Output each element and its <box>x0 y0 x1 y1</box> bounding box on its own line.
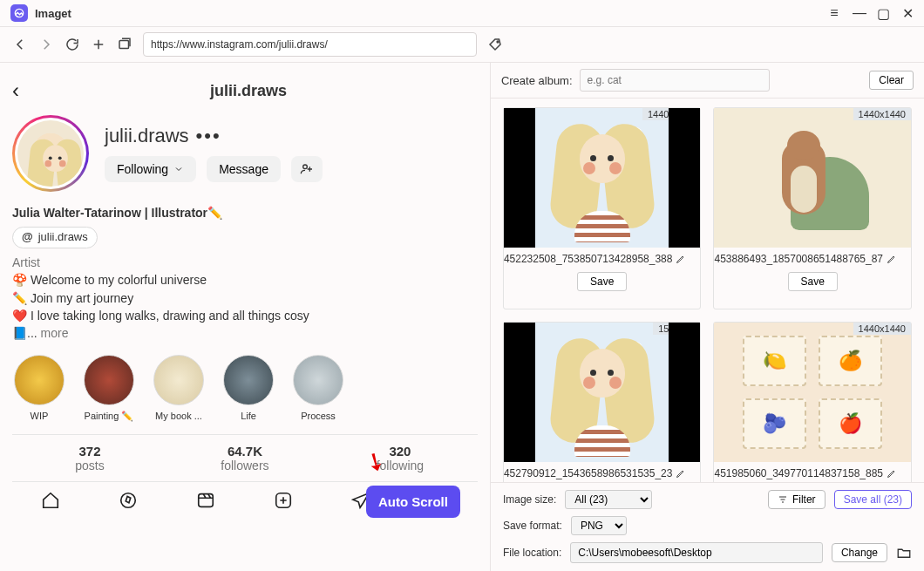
bio-line-2: Join my art journey <box>31 291 133 305</box>
filter-icon <box>778 494 788 505</box>
edit-icon[interactable] <box>887 254 897 264</box>
highlights-row: WIP Painting ✏️ My book ... Life Process <box>12 355 478 422</box>
image-size-label: Image size: <box>503 493 556 506</box>
app-title: Imaget <box>35 7 71 20</box>
change-button[interactable]: Change <box>832 543 887 562</box>
following-button[interactable]: Following <box>105 156 196 182</box>
chevron-down-icon <box>173 164 184 174</box>
clear-button[interactable]: Clear <box>869 71 914 90</box>
edit-icon[interactable] <box>676 468 686 479</box>
highlight-wip[interactable]: WIP <box>12 355 66 422</box>
image-card[interactable]: 1440x1440 452232508_753850713428958_388 … <box>503 107 702 309</box>
svg-rect-1 <box>119 41 129 49</box>
save-button[interactable]: Save <box>788 272 838 291</box>
tabs-icon[interactable] <box>117 37 132 52</box>
add-friend-button[interactable] <box>291 156 323 182</box>
folder-icon[interactable] <box>896 545 912 561</box>
profile-more-icon[interactable]: ••• <box>196 125 221 147</box>
minimize-icon[interactable]: — <box>853 5 865 22</box>
svg-rect-5 <box>199 493 214 506</box>
stat-following[interactable]: 320following <box>323 435 478 481</box>
explore-icon[interactable] <box>119 491 138 510</box>
app-icon <box>10 4 28 22</box>
save-button[interactable]: Save <box>577 272 627 291</box>
page-viewport: ‹ julii.draws julii.draws ••• <box>0 63 491 571</box>
scroll-track[interactable] <box>483 63 488 571</box>
browser-toolbar <box>0 26 924 63</box>
close-icon[interactable]: ✕ <box>901 5 914 22</box>
highlight-book[interactable]: My book ... <box>152 355 206 422</box>
image-grid: 1440x1440 452232508_753850713428958_388 … <box>491 99 924 482</box>
highlight-label: WIP <box>31 411 49 421</box>
highlight-process[interactable]: Process <box>291 355 345 422</box>
back-icon[interactable]: ‹ <box>12 78 19 103</box>
menu-icon[interactable]: ≡ <box>828 5 840 22</box>
home-icon[interactable] <box>41 491 60 510</box>
message-button[interactable]: Message <box>207 156 281 182</box>
file-location-label: File location: <box>503 547 561 559</box>
highlight-label: Painting ✏️ <box>85 411 134 422</box>
category-label: Artist <box>12 254 478 271</box>
auto-scroll-button[interactable]: Auto Scroll <box>366 486 460 518</box>
image-card[interactable]: 150x150 452790912_1543658986531535_23 <box>503 322 702 482</box>
filter-button[interactable]: Filter <box>768 490 825 509</box>
image-card[interactable]: 1440x1440 🍋🍊🫐🍎 451985060_349770114837158… <box>713 322 912 482</box>
scraper-panel: Create album: Clear 1440x1440 452232508_… <box>491 63 924 571</box>
filename: 452232508_753850713428958_388 <box>504 253 673 265</box>
filename: 451985060_349770114837158_885 <box>714 467 883 479</box>
create-album-label: Create album: <box>501 74 573 87</box>
add-tab-icon[interactable] <box>91 37 106 52</box>
maximize-icon[interactable]: ▢ <box>877 5 889 22</box>
dimension-badge: 150x150 <box>653 323 700 335</box>
svg-point-4 <box>121 493 136 507</box>
threads-chip[interactable]: @julii.draws <box>12 227 98 248</box>
stat-followers[interactable]: 64.7Kfollowers <box>167 435 323 481</box>
add-friend-icon <box>300 162 314 176</box>
save-format-label: Save format: <box>503 520 562 532</box>
dimension-badge: 1440x1440 <box>853 108 911 120</box>
stat-posts[interactable]: 372posts <box>12 435 167 481</box>
edit-icon[interactable] <box>887 468 897 479</box>
stats-row: 372posts 64.7Kfollowers 320following <box>12 434 478 481</box>
dimension-badge: 1440x1440 <box>853 323 911 335</box>
nav-back-icon[interactable] <box>12 37 28 52</box>
create-icon[interactable] <box>274 491 293 510</box>
bio-more[interactable]: more <box>41 326 69 340</box>
image-size-select[interactable]: All (23) <box>565 490 652 509</box>
titlebar: Imaget ≡ — ▢ ✕ <box>0 0 924 26</box>
filename: 453886493_1857008651488765_87 <box>714 253 883 265</box>
avatar <box>17 120 84 187</box>
highlight-label: Life <box>241 411 256 421</box>
album-input[interactable] <box>580 69 770 92</box>
bio-line-1: Welcome to my colorful universe <box>31 273 207 287</box>
file-location-input[interactable] <box>570 542 823 563</box>
filename: 452790912_1543658986531535_23 <box>504 467 673 479</box>
bio-title: Julia Walter-Tatarinow | Illustrator <box>12 206 207 220</box>
reload-icon[interactable] <box>65 37 80 52</box>
highlight-life[interactable]: Life <box>221 355 275 422</box>
highlight-label: My book ... <box>155 411 202 421</box>
bio-line-3: I love taking long walks, drawing and al… <box>31 309 309 323</box>
image-card[interactable]: 1440x1440 453886493_1857008651488765_87 … <box>713 107 912 309</box>
edit-icon[interactable] <box>676 254 686 264</box>
following-label: Following <box>117 162 168 176</box>
avatar-story-ring[interactable] <box>12 115 89 192</box>
nav-forward-icon[interactable] <box>38 37 54 52</box>
url-input[interactable] <box>143 32 477 57</box>
username: julii.draws <box>105 125 189 147</box>
svg-point-2 <box>497 41 499 43</box>
threads-handle: julii.draws <box>38 229 88 246</box>
save-all-button[interactable]: Save all (23) <box>834 490 912 509</box>
save-format-select[interactable]: PNG <box>571 516 627 535</box>
tag-icon[interactable] <box>487 37 503 52</box>
page-title: julii.draws <box>19 82 478 100</box>
reels-icon[interactable] <box>196 491 215 510</box>
highlight-painting[interactable]: Painting ✏️ <box>82 355 136 422</box>
highlight-label: Process <box>301 411 336 421</box>
svg-point-3 <box>303 165 308 169</box>
